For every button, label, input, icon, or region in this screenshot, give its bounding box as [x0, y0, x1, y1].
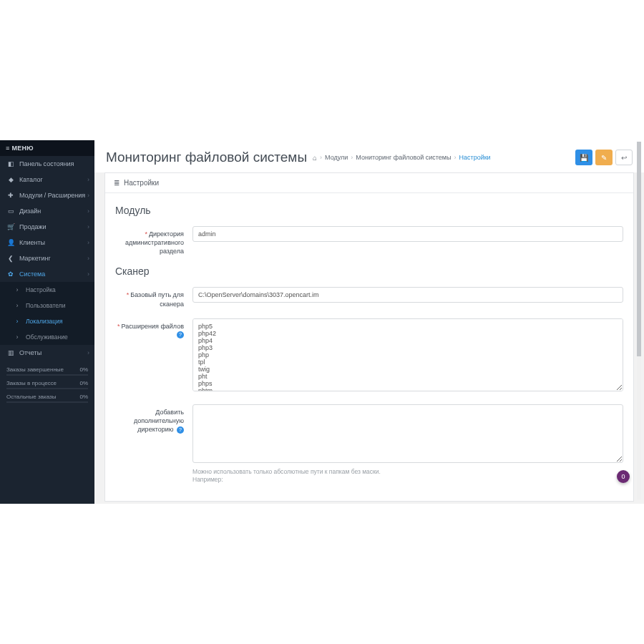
form-row-base-path: *Базовый путь для сканера — [115, 287, 623, 308]
content-area: Мониторинг файловой системы ⌂ › Модули ›… — [94, 140, 644, 504]
sidebar: МЕНЮ ◧Панель состояния ◆Каталог ✚Модули … — [0, 140, 94, 504]
crumb-monitoring[interactable]: Мониторинг файловой системы — [356, 154, 451, 161]
sidebar-item-design[interactable]: ▭Дизайн — [0, 203, 94, 219]
label-extensions: *Расширения файлов ? — [115, 318, 192, 394]
info-icon[interactable]: ? — [177, 331, 184, 338]
save-icon: 💾 — [580, 154, 588, 162]
sidebar-item-customers[interactable]: 👤Клиенты — [0, 235, 94, 250]
base-path-input[interactable] — [192, 287, 623, 303]
crumb-modules[interactable]: Модули — [325, 154, 348, 161]
eraser-icon: ✎ — [601, 154, 607, 162]
sidebar-item-extensions[interactable]: ✚Модули / Расширения — [0, 187, 94, 203]
notification-badge[interactable]: 0 — [617, 470, 630, 483]
page-title: Мониторинг файловой системы — [106, 150, 307, 165]
stat-row: Заказы завершенные0% — [6, 366, 88, 373]
hamburger-icon — [6, 145, 10, 152]
sidebar-item-system[interactable]: ✿Система — [0, 266, 94, 282]
sidebar-subitem-maintenance[interactable]: ›Обслуживание — [0, 329, 94, 345]
dashboard-icon: ◧ — [6, 160, 15, 167]
sidebar-menu: ◧Панель состояния ◆Каталог ✚Модули / Рас… — [0, 156, 94, 282]
sidebar-item-sales[interactable]: 🛒Продажи — [0, 219, 94, 235]
sidebar-item-dashboard[interactable]: ◧Панель состояния — [0, 156, 94, 172]
chevron-right-icon: › — [13, 302, 21, 309]
list-icon: ≣ — [114, 179, 119, 187]
label-add-dir: Добавить дополнительную директорию ? — [115, 404, 192, 484]
sidebar-submenu-system: ›Настройка ›Пользователи ›Локализация ›О… — [0, 282, 94, 345]
cart-icon: 🛒 — [6, 223, 15, 230]
sidebar-item-reports[interactable]: ▥Отчеты — [0, 345, 94, 361]
gear-icon: ✿ — [6, 270, 15, 278]
help-text: Можно использовать только абсолютные пут… — [192, 468, 623, 484]
info-icon[interactable]: ? — [177, 426, 184, 434]
home-icon[interactable]: ⌂ — [313, 154, 317, 162]
save-button[interactable]: 💾 — [575, 150, 592, 165]
admin-dir-input[interactable] — [192, 226, 623, 242]
sidebar-subitem-settings[interactable]: ›Настройка — [0, 282, 94, 298]
add-dir-textarea[interactable] — [192, 404, 623, 463]
sidebar-subitem-users[interactable]: ›Пользователи — [0, 298, 94, 313]
sidebar-subitem-localization[interactable]: ›Локализация — [0, 313, 94, 329]
breadcrumb: ⌂ › Модули › Мониторинг файловой системы… — [313, 154, 575, 162]
user-icon: 👤 — [6, 239, 15, 246]
form-row-add-dir: Добавить дополнительную директорию ? Мож… — [115, 404, 623, 484]
stat-row: Заказы в процессе0% — [6, 380, 88, 386]
stat-row: Остальные заказы0% — [6, 394, 88, 400]
chevron-right-icon: › — [13, 286, 21, 293]
label-admin-dir: *Директория административного раздела — [115, 226, 192, 255]
panel-heading: ≣Настройки — [105, 173, 633, 193]
form-row-extensions: *Расширения файлов ? — [115, 318, 623, 394]
clear-button[interactable]: ✎ — [595, 150, 613, 165]
crumb-current: Настройки — [459, 154, 491, 161]
puzzle-icon: ✚ — [6, 192, 15, 199]
sidebar-item-marketing[interactable]: ❮Маркетинг — [0, 250, 94, 266]
label-base-path: *Базовый путь для сканера — [115, 287, 192, 308]
chart-icon: ▥ — [6, 349, 15, 356]
back-button[interactable]: ↩ — [615, 150, 633, 165]
settings-panel: ≣Настройки Модуль *Директория администра… — [104, 172, 634, 502]
sidebar-item-catalog[interactable]: ◆Каталог — [0, 172, 94, 187]
reply-icon: ↩ — [621, 154, 627, 162]
section-module-title: Модуль — [115, 205, 623, 216]
sidebar-stats: Заказы завершенные0% Заказы в процессе0%… — [0, 361, 94, 413]
chevron-right-icon: › — [13, 318, 21, 325]
section-scanner-title: Сканер — [115, 265, 623, 277]
scrollbar[interactable] — [637, 142, 641, 499]
page-header: Мониторинг файловой системы ⌂ › Модули ›… — [94, 140, 644, 172]
form-row-admin-dir: *Директория административного раздела — [115, 226, 623, 255]
share-icon: ❮ — [6, 255, 15, 262]
sidebar-menu-tail: ▥Отчеты — [0, 345, 94, 361]
extensions-textarea[interactable] — [192, 318, 623, 391]
screen-icon: ▭ — [6, 208, 15, 215]
chevron-right-icon: › — [13, 333, 21, 341]
tag-icon: ◆ — [6, 176, 15, 183]
menu-header: МЕНЮ — [0, 140, 94, 156]
